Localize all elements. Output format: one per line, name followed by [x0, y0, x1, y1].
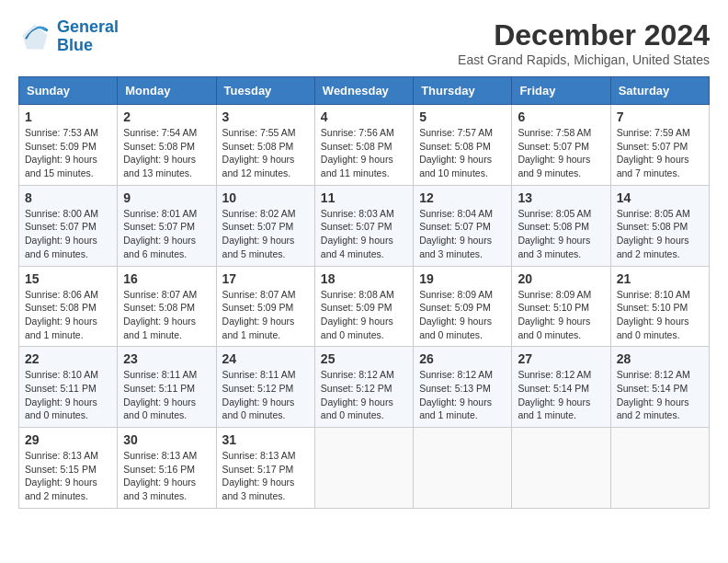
- calendar-cell: 9Sunrise: 8:01 AM Sunset: 5:07 PM Daylig…: [118, 185, 216, 266]
- calendar-cell: 22Sunrise: 8:10 AM Sunset: 5:11 PM Dayli…: [19, 347, 118, 428]
- day-info: Sunrise: 7:56 AM Sunset: 5:08 PM Dayligh…: [321, 126, 407, 180]
- calendar-cell: 18Sunrise: 8:08 AM Sunset: 5:09 PM Dayli…: [314, 266, 413, 347]
- day-info: Sunrise: 8:13 AM Sunset: 5:17 PM Dayligh…: [222, 449, 309, 503]
- day-info: Sunrise: 7:55 AM Sunset: 5:08 PM Dayligh…: [222, 126, 309, 180]
- calendar-cell: 5Sunrise: 7:57 AM Sunset: 5:08 PM Daylig…: [414, 105, 512, 186]
- day-number: 2: [123, 109, 210, 124]
- day-number: 17: [222, 271, 309, 286]
- day-number: 26: [419, 351, 506, 366]
- calendar-cell: 31Sunrise: 8:13 AM Sunset: 5:17 PM Dayli…: [216, 428, 314, 509]
- day-info: Sunrise: 7:58 AM Sunset: 5:07 PM Dayligh…: [518, 126, 604, 180]
- day-info: Sunrise: 7:59 AM Sunset: 5:07 PM Dayligh…: [617, 126, 703, 180]
- day-number: 23: [123, 351, 210, 366]
- day-info: Sunrise: 7:53 AM Sunset: 5:09 PM Dayligh…: [25, 126, 111, 180]
- day-info: Sunrise: 8:05 AM Sunset: 5:08 PM Dayligh…: [518, 207, 604, 261]
- day-number: 7: [617, 109, 703, 124]
- calendar-cell: 1Sunrise: 7:53 AM Sunset: 5:09 PM Daylig…: [19, 105, 118, 186]
- day-info: Sunrise: 8:09 AM Sunset: 5:10 PM Dayligh…: [518, 288, 604, 342]
- weekday-header: Monday: [118, 77, 216, 105]
- day-number: 4: [321, 109, 407, 124]
- calendar-cell: 10Sunrise: 8:02 AM Sunset: 5:07 PM Dayli…: [216, 185, 314, 266]
- day-number: 13: [518, 190, 604, 205]
- logo-icon: [18, 20, 51, 53]
- day-number: 31: [222, 432, 309, 447]
- calendar-cell: 6Sunrise: 7:58 AM Sunset: 5:07 PM Daylig…: [512, 105, 610, 186]
- day-info: Sunrise: 8:11 AM Sunset: 5:11 PM Dayligh…: [123, 368, 210, 422]
- calendar-cell: [610, 428, 709, 509]
- weekday-header: Tuesday: [216, 77, 314, 105]
- day-info: Sunrise: 8:02 AM Sunset: 5:07 PM Dayligh…: [222, 207, 309, 261]
- title-area: December 2024 East Grand Rapids, Michiga…: [458, 18, 710, 67]
- day-number: 1: [25, 109, 111, 124]
- day-number: 5: [419, 109, 506, 124]
- calendar-cell: [314, 428, 413, 509]
- day-number: 14: [617, 190, 703, 205]
- day-number: 30: [123, 432, 210, 447]
- day-number: 11: [321, 190, 407, 205]
- day-info: Sunrise: 8:04 AM Sunset: 5:07 PM Dayligh…: [419, 207, 506, 261]
- calendar-cell: 26Sunrise: 8:12 AM Sunset: 5:13 PM Dayli…: [414, 347, 512, 428]
- day-number: 19: [419, 271, 506, 286]
- day-info: Sunrise: 8:12 AM Sunset: 5:14 PM Dayligh…: [617, 368, 703, 422]
- calendar-cell: 8Sunrise: 8:00 AM Sunset: 5:07 PM Daylig…: [19, 185, 118, 266]
- day-number: 8: [25, 190, 111, 205]
- calendar-cell: 27Sunrise: 8:12 AM Sunset: 5:14 PM Dayli…: [512, 347, 610, 428]
- calendar-cell: [512, 428, 610, 509]
- weekday-header: Wednesday: [314, 77, 413, 105]
- day-number: 10: [222, 190, 309, 205]
- logo-line1: General: [57, 17, 119, 36]
- day-number: 20: [518, 271, 604, 286]
- day-info: Sunrise: 8:10 AM Sunset: 5:10 PM Dayligh…: [617, 288, 703, 342]
- calendar-cell: 21Sunrise: 8:10 AM Sunset: 5:10 PM Dayli…: [610, 266, 709, 347]
- calendar-cell: 11Sunrise: 8:03 AM Sunset: 5:07 PM Dayli…: [314, 185, 413, 266]
- day-info: Sunrise: 8:01 AM Sunset: 5:07 PM Dayligh…: [123, 207, 210, 261]
- calendar-cell: 17Sunrise: 8:07 AM Sunset: 5:09 PM Dayli…: [216, 266, 314, 347]
- calendar-cell: 3Sunrise: 7:55 AM Sunset: 5:08 PM Daylig…: [216, 105, 314, 186]
- weekday-header: Sunday: [19, 77, 118, 105]
- day-info: Sunrise: 8:03 AM Sunset: 5:07 PM Dayligh…: [321, 207, 407, 261]
- day-number: 9: [123, 190, 210, 205]
- day-info: Sunrise: 8:05 AM Sunset: 5:08 PM Dayligh…: [617, 207, 703, 261]
- calendar-cell: [414, 428, 512, 509]
- day-info: Sunrise: 8:12 AM Sunset: 5:14 PM Dayligh…: [518, 368, 604, 422]
- calendar-cell: 19Sunrise: 8:09 AM Sunset: 5:09 PM Dayli…: [414, 266, 512, 347]
- day-info: Sunrise: 7:54 AM Sunset: 5:08 PM Dayligh…: [123, 126, 210, 180]
- day-info: Sunrise: 8:07 AM Sunset: 5:08 PM Dayligh…: [123, 288, 210, 342]
- day-info: Sunrise: 8:06 AM Sunset: 5:08 PM Dayligh…: [25, 288, 111, 342]
- calendar-cell: 25Sunrise: 8:12 AM Sunset: 5:12 PM Dayli…: [314, 347, 413, 428]
- location: East Grand Rapids, Michigan, United Stat…: [458, 52, 710, 67]
- calendar-cell: 20Sunrise: 8:09 AM Sunset: 5:10 PM Dayli…: [512, 266, 610, 347]
- calendar-cell: 2Sunrise: 7:54 AM Sunset: 5:08 PM Daylig…: [118, 105, 216, 186]
- day-number: 3: [222, 109, 309, 124]
- calendar-cell: 16Sunrise: 8:07 AM Sunset: 5:08 PM Dayli…: [118, 266, 216, 347]
- day-number: 27: [518, 351, 604, 366]
- day-info: Sunrise: 8:12 AM Sunset: 5:12 PM Dayligh…: [321, 368, 407, 422]
- day-number: 6: [518, 109, 604, 124]
- day-number: 18: [321, 271, 407, 286]
- day-number: 25: [321, 351, 407, 366]
- month-title: December 2024: [458, 18, 710, 52]
- calendar-table: SundayMondayTuesdayWednesdayThursdayFrid…: [18, 76, 710, 509]
- day-info: Sunrise: 8:00 AM Sunset: 5:07 PM Dayligh…: [25, 207, 111, 261]
- day-number: 16: [123, 271, 210, 286]
- calendar-cell: 7Sunrise: 7:59 AM Sunset: 5:07 PM Daylig…: [610, 105, 709, 186]
- calendar-cell: 4Sunrise: 7:56 AM Sunset: 5:08 PM Daylig…: [314, 105, 413, 186]
- day-info: Sunrise: 8:13 AM Sunset: 5:15 PM Dayligh…: [25, 449, 111, 503]
- calendar-cell: 13Sunrise: 8:05 AM Sunset: 5:08 PM Dayli…: [512, 185, 610, 266]
- calendar-cell: 24Sunrise: 8:11 AM Sunset: 5:12 PM Dayli…: [216, 347, 314, 428]
- day-number: 28: [617, 351, 703, 366]
- day-info: Sunrise: 8:10 AM Sunset: 5:11 PM Dayligh…: [25, 368, 111, 422]
- day-info: Sunrise: 8:11 AM Sunset: 5:12 PM Dayligh…: [222, 368, 309, 422]
- day-number: 29: [25, 432, 111, 447]
- calendar-cell: 30Sunrise: 8:13 AM Sunset: 5:16 PM Dayli…: [118, 428, 216, 509]
- weekday-header: Saturday: [610, 77, 709, 105]
- calendar-cell: 15Sunrise: 8:06 AM Sunset: 5:08 PM Dayli…: [19, 266, 118, 347]
- day-number: 24: [222, 351, 309, 366]
- calendar-cell: 29Sunrise: 8:13 AM Sunset: 5:15 PM Dayli…: [19, 428, 118, 509]
- weekday-header: Friday: [512, 77, 610, 105]
- calendar-cell: 23Sunrise: 8:11 AM Sunset: 5:11 PM Dayli…: [118, 347, 216, 428]
- day-info: Sunrise: 8:12 AM Sunset: 5:13 PM Dayligh…: [419, 368, 506, 422]
- logo-text: General Blue: [57, 18, 119, 55]
- day-info: Sunrise: 8:13 AM Sunset: 5:16 PM Dayligh…: [123, 449, 210, 503]
- day-number: 15: [25, 271, 111, 286]
